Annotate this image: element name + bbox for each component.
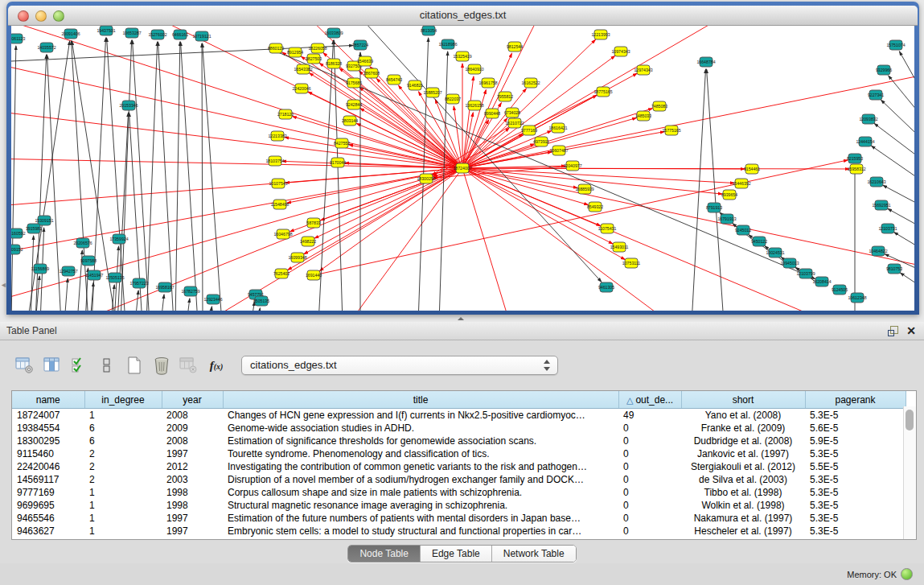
column-header-out_de[interactable]: △out_de... <box>618 391 681 409</box>
network-node[interactable]: 9810753 <box>886 264 902 274</box>
network-node[interactable]: 12505135 <box>105 273 124 282</box>
network-node[interactable]: 9146821 <box>407 80 423 90</box>
network-node[interactable]: 15885207 <box>423 88 441 97</box>
table-cell[interactable]: 22420046 <box>12 460 84 473</box>
table-cell[interactable]: 49 <box>618 409 681 422</box>
table-cell[interactable]: 0 <box>618 460 681 473</box>
splitter-handle[interactable] <box>456 316 466 321</box>
float-panel-icon[interactable] <box>888 326 898 336</box>
table-cell[interactable]: Nakamura et al. (1997) <box>681 512 805 525</box>
network-node[interactable]: 11548498 <box>271 200 290 209</box>
network-node[interactable]: 9812544 <box>507 42 523 51</box>
network-node[interactable]: 1546639 <box>357 56 373 66</box>
network-node[interactable]: 10945013 <box>780 258 799 268</box>
network-node[interactable]: 16961758 <box>478 78 497 88</box>
table-row[interactable]: 2242004622012Investigating the contribut… <box>12 460 906 473</box>
network-node[interactable]: 20153346 <box>119 101 138 110</box>
network-node[interactable]: 7485083 <box>651 101 667 111</box>
table-cell[interactable]: 0 <box>618 486 681 499</box>
table-cell[interactable]: Jankovic et al. (1997) <box>681 447 805 460</box>
network-edge[interactable] <box>462 168 601 226</box>
table-cell[interactable]: 2012 <box>162 460 223 473</box>
table-cell[interactable]: 5.3E-5 <box>805 409 906 422</box>
network-node[interactable]: 15309152 <box>11 245 23 254</box>
network-edge[interactable] <box>899 51 914 102</box>
network-node[interactable]: 22040977 <box>563 161 581 171</box>
network-node[interactable]: 10653287 <box>122 28 141 38</box>
network-node[interactable]: 12103799 <box>796 269 815 278</box>
table-cell[interactable]: 1 <box>84 499 162 512</box>
network-edge[interactable] <box>462 168 914 267</box>
table-cell[interactable]: 5.3E-5 <box>805 473 906 486</box>
table-cell[interactable]: Wolkin et al. (1998) <box>681 499 805 512</box>
network-node[interactable]: 16782759 <box>181 286 199 296</box>
close-panel-icon[interactable]: ✕ <box>906 324 916 337</box>
node-table-grid[interactable]: namein_degreeyeartitle△out_de...shortpag… <box>12 391 906 538</box>
network-node[interactable]: 15446392 <box>732 179 750 188</box>
network-node[interactable]: 12213993 <box>591 30 610 39</box>
table-row[interactable]: 969969511998Structural magnetic resonanc… <box>12 499 906 512</box>
table-cell[interactable]: 9777169 <box>12 486 84 499</box>
table-cell[interactable]: Estimation of significance thresholds fo… <box>223 435 618 447</box>
network-edge[interactable] <box>881 100 914 145</box>
network-node[interactable]: 13626158 <box>465 101 483 110</box>
network-node[interactable]: 18640910 <box>465 64 483 74</box>
network-edge[interactable] <box>203 43 222 311</box>
network-node[interactable]: 20206576 <box>73 238 92 248</box>
table-row[interactable]: 946554611997Estimation of the future num… <box>12 512 906 525</box>
network-node[interactable]: 2803144 <box>342 116 358 126</box>
network-edge[interactable] <box>308 92 462 168</box>
network-node[interactable]: 10753111 <box>622 258 640 268</box>
network-node[interactable]: 9245012 <box>735 225 751 235</box>
table-cell[interactable]: 0 <box>618 422 681 435</box>
network-node[interactable]: 587833 <box>306 218 320 228</box>
tab-node-table[interactable]: Node Table <box>348 546 420 562</box>
tab-network-table[interactable]: Network Table <box>491 546 576 562</box>
table-cell[interactable]: 5.3E-5 <box>805 499 906 512</box>
table-cell[interactable]: 2 <box>84 473 162 486</box>
network-edge[interactable] <box>146 42 158 311</box>
table-cell[interactable]: 9115460 <box>12 447 84 460</box>
network-node[interactable]: 7857224 <box>352 40 368 50</box>
network-edge[interactable] <box>900 273 914 291</box>
network-node[interactable]: 7955812 <box>497 92 513 101</box>
column-header-title[interactable]: title <box>223 391 618 409</box>
network-node[interactable]: 9242844 <box>346 100 362 109</box>
network-window-titlebar[interactable]: citations_edges.txt <box>8 6 918 26</box>
table-cell[interactable]: 1 <box>84 512 162 525</box>
table-cell[interactable]: 9465546 <box>12 512 84 525</box>
network-window[interactable]: citations_edges.txt 18724007183002958860… <box>6 2 919 315</box>
table-cell[interactable]: 9699695 <box>12 499 84 512</box>
network-edge[interactable] <box>692 69 706 311</box>
table-cell[interactable]: 5.3E-5 <box>805 525 906 538</box>
network-node[interactable]: 8822037 <box>445 94 461 104</box>
network-node[interactable]: 10612348 <box>848 293 866 303</box>
network-node[interactable]: 8791913 <box>706 203 722 212</box>
network-edge[interactable] <box>462 168 734 183</box>
network-node[interactable]: 15276002 <box>148 30 166 39</box>
table-cell[interactable]: 0 <box>618 499 681 512</box>
table-cell[interactable]: 1997 <box>162 512 223 525</box>
network-node[interactable]: 8939654 <box>721 190 737 200</box>
new-table-icon[interactable] <box>122 354 146 377</box>
network-node[interactable]: 16648784 <box>696 57 715 67</box>
column-header-pagerank[interactable]: pagerank <box>805 391 906 409</box>
network-node[interactable]: 9777169 <box>521 126 537 135</box>
network-node[interactable]: 15493011 <box>610 242 629 252</box>
table-cell[interactable]: 18724007 <box>12 409 84 422</box>
network-node[interactable]: 4973911 <box>533 137 549 146</box>
table-cell[interactable]: 1 <box>84 486 162 499</box>
network-edge[interactable] <box>462 128 509 168</box>
network-node[interactable]: 1485033 <box>635 111 651 121</box>
table-cell[interactable]: Hescheler et al. (1997) <box>681 525 805 538</box>
table-cell[interactable]: Embryonic stem cells: a model to study s… <box>223 525 618 538</box>
table-cell[interactable]: 18300295 <box>12 435 84 447</box>
network-node[interactable]: 10024531 <box>766 248 784 257</box>
network-node[interactable]: 19218986 <box>438 39 457 49</box>
network-node[interactable]: 12942757 <box>59 266 77 276</box>
table-cell[interactable]: Estimation of the future numbers of pati… <box>223 512 618 525</box>
network-node[interactable]: 15692951 <box>872 200 890 210</box>
table-cell[interactable]: Disruption of a novel member of a sodium… <box>223 473 618 486</box>
table-cell[interactable]: 5.6E-5 <box>805 422 906 435</box>
table-cell[interactable]: 2008 <box>162 409 223 422</box>
